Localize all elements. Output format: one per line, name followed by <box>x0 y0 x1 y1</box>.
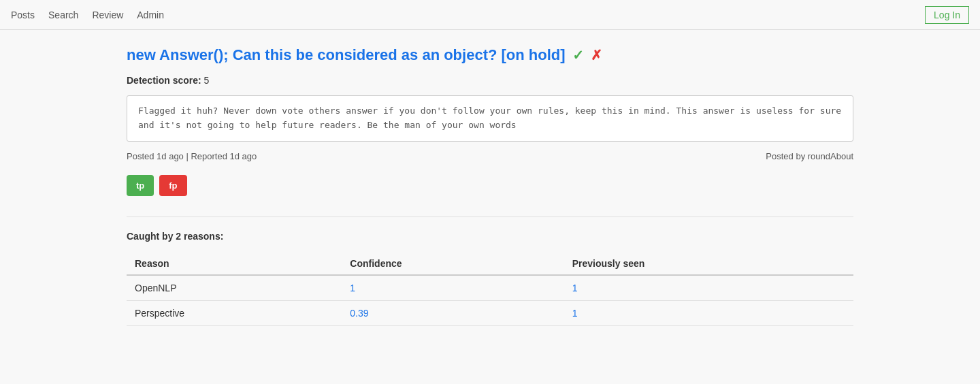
post-title-text: new Answer(); Can this be considered as … <box>127 46 566 64</box>
reason-confidence[interactable]: 1 <box>342 275 564 301</box>
fp-button[interactable]: fp <box>159 175 186 196</box>
table-header-row: Reason Confidence Previously seen <box>127 253 853 275</box>
table-row: Perspective0.391 <box>127 300 853 325</box>
caught-by-label: Caught by 2 reasons: <box>127 231 853 242</box>
previously-seen-link[interactable]: 1 <box>572 308 578 319</box>
table-row: OpenNLP11 <box>127 275 853 301</box>
col-reason: Reason <box>127 253 342 275</box>
check-icon[interactable]: ✓ <box>572 47 584 63</box>
post-body: Flagged it huh? Never down vote others a… <box>127 95 853 142</box>
confidence-link[interactable]: 1 <box>350 283 355 293</box>
meta-right: Posted by roundAbout <box>766 151 853 161</box>
detection-score-number: 5 <box>204 75 210 86</box>
nav-posts[interactable]: Posts <box>11 0 35 30</box>
reason-previously-seen[interactable]: 1 <box>564 275 853 301</box>
reason-name: OpenNLP <box>127 275 342 301</box>
nav-admin[interactable]: Admin <box>137 0 164 30</box>
confidence-link[interactable]: 0.39 <box>350 308 368 319</box>
navbar: Posts Search Review Admin Log In <box>0 0 980 30</box>
action-buttons: tp fp <box>127 175 853 196</box>
detection-score: Detection score: 5 <box>127 75 853 86</box>
main-content: new Answer(); Can this be considered as … <box>116 30 864 342</box>
post-meta: Posted 1d ago | Reported 1d ago Posted b… <box>127 151 853 161</box>
reasons-table: Reason Confidence Previously seen OpenNL… <box>127 253 853 326</box>
reason-name: Perspective <box>127 300 342 325</box>
previously-seen-link[interactable]: 1 <box>572 283 578 293</box>
post-title-row: new Answer(); Can this be considered as … <box>127 46 853 64</box>
nav-search[interactable]: Search <box>48 0 78 30</box>
col-confidence: Confidence <box>342 253 564 275</box>
detection-score-label: Detection score: <box>127 75 201 86</box>
login-button[interactable]: Log In <box>925 6 969 24</box>
tp-button[interactable]: tp <box>127 175 154 196</box>
x-icon[interactable]: ✗ <box>591 47 602 63</box>
reason-previously-seen[interactable]: 1 <box>564 300 853 325</box>
nav-review[interactable]: Review <box>92 0 123 30</box>
reason-confidence[interactable]: 0.39 <box>342 300 564 325</box>
col-previously-seen: Previously seen <box>564 253 853 275</box>
divider <box>127 217 853 217</box>
meta-left: Posted 1d ago | Reported 1d ago <box>127 151 257 161</box>
